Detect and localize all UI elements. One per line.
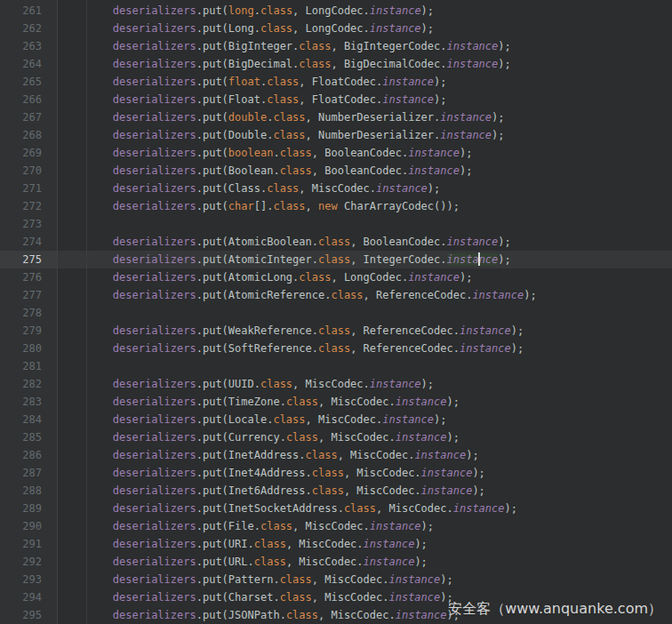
- line-number[interactable]: 264: [0, 55, 57, 73]
- code-line[interactable]: 280 deserializers.put(SoftReference.clas…: [0, 340, 672, 357]
- code-text[interactable]: deserializers.put(boolean.class, Boolean…: [57, 144, 472, 162]
- code-text[interactable]: deserializers.put(InetSocketAddress.clas…: [57, 500, 517, 517]
- code-text[interactable]: deserializers.put(BigInteger.class, BigI…: [57, 37, 511, 55]
- code-line[interactable]: 291 deserializers.put(URI.class, MiscCod…: [0, 535, 672, 553]
- line-number[interactable]: 278: [0, 304, 57, 322]
- code-line[interactable]: 263 deserializers.put(BigInteger.class, …: [0, 37, 672, 55]
- code-text[interactable]: deserializers.put(double.class, NumberDe…: [57, 108, 505, 126]
- code-line[interactable]: 262 deserializers.put(Long.class, LongCo…: [0, 20, 672, 37]
- line-number[interactable]: 263: [0, 37, 57, 55]
- line-number[interactable]: 269: [0, 144, 57, 162]
- code-line[interactable]: 272 deserializers.put(char[].class, new …: [0, 197, 672, 215]
- line-number[interactable]: 282: [0, 375, 57, 393]
- code-line[interactable]: 292 deserializers.put(URL.class, MiscCod…: [0, 553, 672, 571]
- line-number[interactable]: 294: [0, 588, 57, 606]
- code-text[interactable]: deserializers.put(AtomicInteger.class, I…: [57, 251, 511, 268]
- code-line[interactable]: 293 deserializers.put(Pattern.class, Mis…: [0, 571, 672, 588]
- line-number[interactable]: 284: [0, 411, 57, 428]
- line-number[interactable]: 272: [0, 197, 57, 215]
- code-text[interactable]: deserializers.put(AtomicBoolean.class, B…: [57, 233, 511, 251]
- line-number[interactable]: 287: [0, 464, 57, 482]
- line-number[interactable]: 288: [0, 482, 57, 500]
- code-line[interactable]: 267 deserializers.put(double.class, Numb…: [0, 108, 672, 126]
- code-line[interactable]: 289 deserializers.put(InetSocketAddress.…: [0, 500, 672, 517]
- code-line[interactable]: 268 deserializers.put(Double.class, Numb…: [0, 126, 672, 144]
- line-number[interactable]: 266: [0, 91, 57, 108]
- line-number[interactable]: 275: [0, 251, 57, 268]
- code-text[interactable]: deserializers.put(Double.class, NumberDe…: [57, 126, 505, 144]
- line-number[interactable]: 280: [0, 340, 57, 357]
- code-text[interactable]: deserializers.put(SoftReference.class, R…: [57, 340, 524, 357]
- code-text[interactable]: deserializers.put(float.class, FloatCode…: [57, 73, 447, 91]
- code-text[interactable]: deserializers.put(AtomicReference.class,…: [57, 286, 537, 304]
- code-line[interactable]: 269 deserializers.put(boolean.class, Boo…: [0, 144, 672, 162]
- code-text[interactable]: deserializers.put(Long.class, LongCodec.…: [57, 20, 434, 37]
- code-line[interactable]: 284 deserializers.put(Locale.class, Misc…: [0, 411, 672, 428]
- code-text[interactable]: deserializers.put(long.class, LongCodec.…: [57, 2, 434, 20]
- code-line[interactable]: 265 deserializers.put(float.class, Float…: [0, 73, 672, 91]
- code-text[interactable]: deserializers.put(URI.class, MiscCodec.i…: [57, 535, 428, 553]
- code-line[interactable]: 273: [0, 215, 672, 233]
- code-text[interactable]: deserializers.put(JSONPath.class, MiscCo…: [57, 606, 460, 624]
- line-number[interactable]: 268: [0, 126, 57, 144]
- line-number[interactable]: 276: [0, 268, 57, 286]
- code-line[interactable]: 275 deserializers.put(AtomicInteger.clas…: [0, 251, 672, 268]
- code-line[interactable]: 286 deserializers.put(InetAddress.class,…: [0, 446, 672, 464]
- line-number[interactable]: 283: [0, 393, 57, 411]
- code-text[interactable]: deserializers.put(Boolean.class, Boolean…: [57, 162, 472, 180]
- code-line[interactable]: 271 deserializers.put(Class.class, MiscC…: [0, 180, 672, 197]
- code-text[interactable]: deserializers.put(Float.class, FloatCode…: [57, 91, 447, 108]
- line-number[interactable]: 290: [0, 517, 57, 535]
- code-line[interactable]: 261 deserializers.put(long.class, LongCo…: [0, 2, 672, 20]
- code-text[interactable]: deserializers.put(InetAddress.class, Mis…: [57, 446, 479, 464]
- code-line[interactable]: 270 deserializers.put(Boolean.class, Boo…: [0, 162, 672, 180]
- code-line[interactable]: 281: [0, 357, 672, 375]
- line-number[interactable]: 293: [0, 571, 57, 588]
- code-text[interactable]: deserializers.put(UUID.class, MiscCodec.…: [57, 375, 434, 393]
- code-line[interactable]: 282 deserializers.put(UUID.class, MiscCo…: [0, 375, 672, 393]
- code-text[interactable]: deserializers.put(Inet6Address.class, Mi…: [57, 482, 485, 500]
- code-text[interactable]: deserializers.put(TimeZone.class, MiscCo…: [57, 393, 460, 411]
- code-text[interactable]: deserializers.put(Inet4Address.class, Mi…: [57, 464, 485, 482]
- code-text[interactable]: deserializers.put(Charset.class, MiscCod…: [57, 588, 453, 606]
- line-number[interactable]: 277: [0, 286, 57, 304]
- line-number[interactable]: 291: [0, 535, 57, 553]
- code-line[interactable]: 287 deserializers.put(Inet4Address.class…: [0, 464, 672, 482]
- code-line[interactable]: 276 deserializers.put(AtomicLong.class, …: [0, 268, 672, 286]
- code-text[interactable]: deserializers.put(WeakReference.class, R…: [57, 322, 524, 340]
- line-number[interactable]: 285: [0, 428, 57, 446]
- code-text[interactable]: deserializers.put(char[].class, new Char…: [57, 197, 460, 215]
- code-text[interactable]: deserializers.put(AtomicLong.class, Long…: [57, 268, 472, 286]
- line-number[interactable]: 265: [0, 73, 57, 91]
- code-line[interactable]: 279 deserializers.put(WeakReference.clas…: [0, 322, 672, 340]
- line-number[interactable]: 270: [0, 162, 57, 180]
- line-number[interactable]: 295: [0, 606, 57, 624]
- code-text[interactable]: deserializers.put(Pattern.class, MiscCod…: [57, 571, 453, 588]
- line-number[interactable]: 274: [0, 233, 57, 251]
- code-line[interactable]: 278: [0, 304, 672, 322]
- code-text[interactable]: deserializers.put(Locale.class, MiscCode…: [57, 411, 447, 428]
- line-number[interactable]: 286: [0, 446, 57, 464]
- line-number[interactable]: 289: [0, 500, 57, 517]
- code-text[interactable]: deserializers.put(URL.class, MiscCodec.i…: [57, 553, 428, 571]
- code-text[interactable]: deserializers.put(File.class, MiscCodec.…: [57, 517, 434, 535]
- line-number[interactable]: 262: [0, 20, 57, 37]
- code-line[interactable]: 290 deserializers.put(File.class, MiscCo…: [0, 517, 672, 535]
- line-number[interactable]: 279: [0, 322, 57, 340]
- code-text[interactable]: deserializers.put(Currency.class, MiscCo…: [57, 428, 460, 446]
- line-number[interactable]: 271: [0, 180, 57, 197]
- code-editor[interactable]: 261 deserializers.put(long.class, LongCo…: [0, 0, 672, 624]
- code-line[interactable]: 264 deserializers.put(BigDecimal.class, …: [0, 55, 672, 73]
- code-line[interactable]: 288 deserializers.put(Inet6Address.class…: [0, 482, 672, 500]
- code-text[interactable]: deserializers.put(Class.class, MiscCodec…: [57, 180, 440, 197]
- code-line[interactable]: 266 deserializers.put(Float.class, Float…: [0, 91, 672, 108]
- code-text[interactable]: deserializers.put(BigDecimal.class, BigD…: [57, 55, 511, 73]
- line-number[interactable]: 292: [0, 553, 57, 571]
- code-line[interactable]: 285 deserializers.put(Currency.class, Mi…: [0, 428, 672, 446]
- code-line[interactable]: 277 deserializers.put(AtomicReference.cl…: [0, 286, 672, 304]
- line-number[interactable]: 273: [0, 215, 57, 233]
- line-number[interactable]: 261: [0, 2, 57, 20]
- code-line[interactable]: 283 deserializers.put(TimeZone.class, Mi…: [0, 393, 672, 411]
- line-number[interactable]: 281: [0, 357, 57, 375]
- line-number[interactable]: 267: [0, 108, 57, 126]
